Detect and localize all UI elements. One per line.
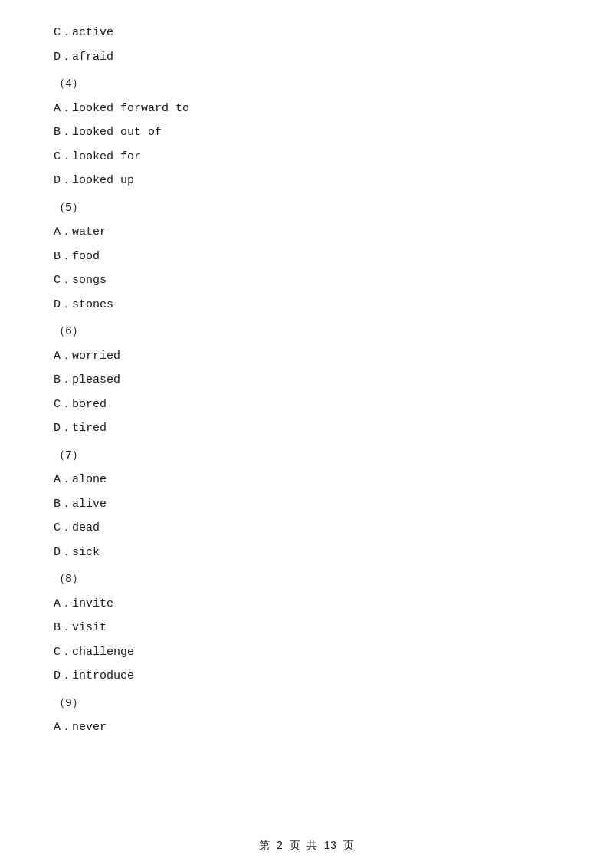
option-item: C．dead [54, 518, 559, 538]
question-num: （7） [54, 446, 559, 466]
question-num: （9） [54, 694, 559, 714]
question-num: （8） [54, 570, 559, 590]
option-item: B．pleased [54, 370, 559, 390]
question-num: （4） [54, 74, 559, 94]
option-item: C．bored [54, 395, 559, 415]
option-item: C．challenge [54, 643, 559, 663]
question-num: （6） [54, 322, 559, 342]
option-item: D．tired [54, 419, 559, 439]
option-item: D．sick [54, 543, 559, 563]
option-item: C．looked for [54, 147, 559, 167]
option-item: D．stones [54, 295, 559, 315]
option-item: C．active [54, 23, 559, 43]
option-item: B．food [54, 247, 559, 267]
option-item: A．water [54, 222, 559, 242]
option-item: A．looked forward to [54, 99, 559, 119]
option-item: D．introduce [54, 666, 559, 686]
question-num: （5） [54, 199, 559, 219]
option-item: A．worried [54, 347, 559, 367]
option-item: A．alone [54, 470, 559, 490]
option-item: D．looked up [54, 171, 559, 191]
option-item: A．invite [54, 594, 559, 614]
option-item: B．alive [54, 495, 559, 515]
main-content: C．activeD．afraid（4）A．looked forward toB．… [0, 0, 613, 788]
page-footer: 第 2 页 共 13 页 [0, 839, 613, 853]
option-item: A．never [54, 718, 559, 738]
option-item: C．songs [54, 271, 559, 291]
option-item: D．afraid [54, 48, 559, 67]
option-item: B．looked out of [54, 123, 559, 143]
option-item: B．visit [54, 618, 559, 638]
